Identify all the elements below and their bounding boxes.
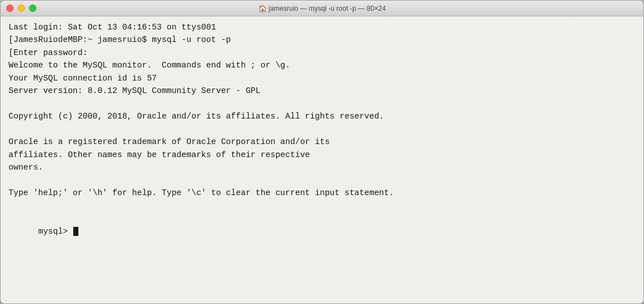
terminal-line: [Enter password: (9, 47, 635, 59)
terminal-line: owners. (9, 161, 635, 174)
empty-line (9, 200, 635, 212)
window-buttons (6, 5, 36, 12)
terminal-line: Copyright (c) 2000, 2018, Oracle and/or … (9, 110, 635, 123)
terminal-window: 🏠 jamesruio — mysql -u root -p — 80×24 L… (0, 0, 644, 304)
terminal-line: Server version: 8.0.12 MySQL Community S… (9, 85, 635, 97)
prompt-line: mysql> (9, 212, 635, 250)
empty-line (9, 98, 635, 110)
empty-line (9, 174, 635, 187)
empty-line (9, 123, 635, 136)
terminal-line: affiliates. Other names may be trademark… (9, 149, 635, 161)
title-text-content: jamesruio — mysql -u root -p — 80×24 (269, 5, 386, 12)
terminal-line: Welcome to the MySQL monitor. Commands e… (9, 59, 635, 71)
minimize-button[interactable] (18, 5, 25, 12)
terminal-line: [JamesRuiodeMBP:~ jamesruio$ mysql -u ro… (9, 33, 635, 46)
terminal-body[interactable]: Last login: Sat Oct 13 04:16:53 on ttys0… (1, 16, 643, 303)
close-button[interactable] (6, 5, 14, 12)
terminal-line: Oracle is a registered trademark of Orac… (9, 136, 635, 148)
terminal-line: Your MySQL connection id is 57 (9, 72, 635, 85)
title-bar: 🏠 jamesruio — mysql -u root -p — 80×24 (1, 1, 643, 16)
terminal-line: Last login: Sat Oct 13 04:16:53 on ttys0… (9, 21, 635, 33)
prompt-text: mysql> (38, 227, 73, 236)
terminal-line: Type 'help;' or '\h' for help. Type '\c'… (9, 187, 635, 199)
maximize-button[interactable] (29, 5, 36, 12)
cursor (73, 227, 78, 236)
window-title: 🏠 jamesruio — mysql -u root -p — 80×24 (258, 5, 386, 12)
